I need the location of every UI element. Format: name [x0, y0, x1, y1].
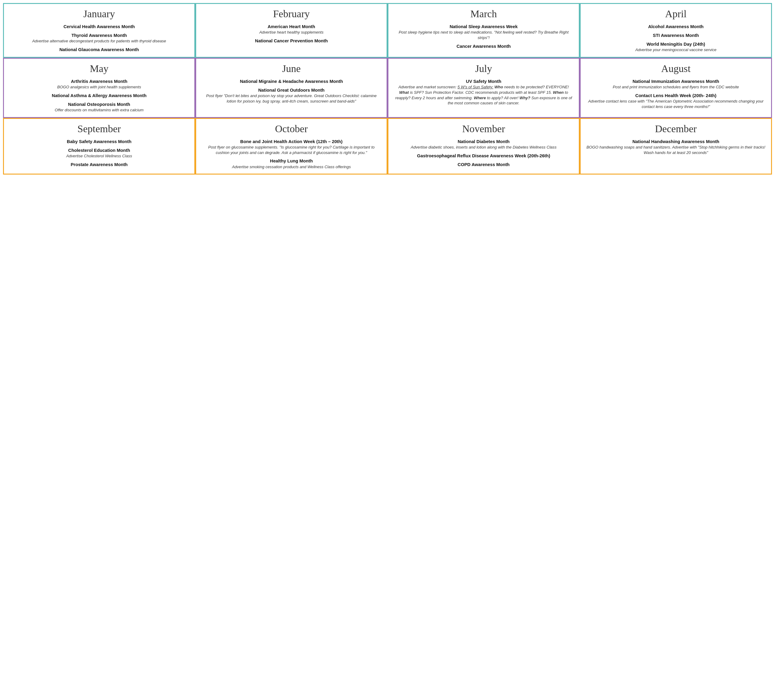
month-card-january: JanuaryCervical Health Awareness MonthTh…: [3, 3, 195, 58]
month-card-october: OctoberBone and Joint Health Action Week…: [195, 118, 388, 174]
event-block-september-1: Cholesterol Education MonthAdvertise Cho…: [9, 148, 190, 159]
month-card-september: SeptemberBaby Safety Awareness MonthChol…: [3, 118, 195, 174]
month-card-july: JulyUV Safety MonthAdvertise and market …: [388, 58, 580, 118]
month-title-june: June: [201, 63, 382, 75]
event-title-may-2: National Osteoporosis Month: [9, 102, 190, 108]
event-title-january-0: Cervical Health Awareness Month: [9, 24, 190, 30]
event-title-april-2: World Meningitis Day (24th): [585, 41, 766, 47]
month-title-august: August: [585, 63, 766, 75]
event-block-november-0: National Diabetes MonthAdvertise diabeti…: [393, 139, 574, 150]
event-title-october-0: Bone and Joint Health Action Week (12th …: [201, 139, 382, 144]
event-desc-june-1: Post flyer "Don't let bites and poison i…: [201, 93, 382, 104]
event-block-may-0: Arthritis Awareness MonthBOGO analgesics…: [9, 79, 190, 90]
event-title-june-0: National Migraine & Headache Awareness M…: [201, 79, 382, 85]
event-title-july-0: UV Safety Month: [393, 79, 574, 85]
event-block-june-1: National Great Outdoors MonthPost flyer …: [201, 88, 382, 104]
event-block-october-1: Healthy Lung MonthAdvertise smoking cess…: [201, 158, 382, 169]
month-card-march: MarchNational Sleep Awareness WeekPost s…: [388, 3, 580, 58]
event-title-may-1: National Asthma & Allergy Awareness Mont…: [9, 93, 190, 99]
month-title-september: September: [9, 123, 190, 134]
event-desc-april-2: Advertise your meningococcal vaccine ser…: [585, 47, 766, 53]
month-card-february: FebruaryAmerican Heart MonthAdvertise he…: [195, 3, 388, 58]
month-title-february: February: [201, 8, 382, 20]
event-title-november-1: Gastroesophageal Reflux Disease Awarenes…: [393, 153, 574, 159]
month-title-november: November: [393, 123, 574, 134]
month-card-may: MayArthritis Awareness MonthBOGO analges…: [3, 58, 195, 118]
month-title-december: December: [585, 123, 766, 134]
event-desc-september-1: Advertise Cholesterol Wellness Class: [9, 153, 190, 159]
event-block-may-2: National Osteoporosis MonthOffer discoun…: [9, 102, 190, 113]
month-card-august: AugustNational Immunization Awareness Mo…: [580, 58, 772, 118]
month-title-may: May: [9, 63, 190, 75]
month-card-december: DecemberNational Handwashing Awareness M…: [580, 118, 772, 174]
event-title-august-1: Contact Lens Health Week (20th- 24th): [585, 93, 766, 99]
month-title-october: October: [201, 123, 382, 134]
event-title-january-1: Thyroid Awareness Month: [9, 33, 190, 38]
event-title-april-1: STI Awareness Month: [585, 33, 766, 38]
month-title-july: July: [393, 63, 574, 75]
month-title-march: March: [393, 8, 574, 20]
calendar-grid: JanuaryCervical Health Awareness MonthTh…: [3, 3, 772, 174]
event-title-october-1: Healthy Lung Month: [201, 158, 382, 164]
event-title-march-1: Cancer Awareness Month: [393, 43, 574, 49]
event-title-march-0: National Sleep Awareness Week: [393, 24, 574, 30]
event-block-december-0: National Handwashing Awareness MonthBOGO…: [585, 139, 766, 156]
month-card-november: NovemberNational Diabetes MonthAdvertise…: [388, 118, 580, 174]
event-title-september-2: Prostate Awareness Month: [9, 162, 190, 168]
event-block-september-0: Baby Safety Awareness Month: [9, 139, 190, 144]
event-block-september-2: Prostate Awareness Month: [9, 162, 190, 168]
event-block-august-1: Contact Lens Health Week (20th- 24th)Adv…: [585, 93, 766, 109]
event-block-april-0: Alcohol Awareness Month: [585, 24, 766, 30]
event-desc-august-0: Post and print immunization schedules an…: [585, 85, 766, 90]
event-desc-december-0: BOGO handwashing soaps and hand sanitize…: [585, 144, 766, 155]
event-title-february-1: National Cancer Prevention Month: [201, 38, 382, 44]
event-block-february-1: National Cancer Prevention Month: [201, 38, 382, 44]
event-desc-february-0: Advertise heart healthy supplements: [201, 30, 382, 35]
event-desc-may-0: BOGO analgesics with joint health supple…: [9, 85, 190, 90]
event-title-june-1: National Great Outdoors Month: [201, 88, 382, 93]
event-desc-january-1: Advertise alternative decongestant produ…: [9, 38, 190, 44]
event-title-november-0: National Diabetes Month: [393, 139, 574, 144]
event-block-march-0: National Sleep Awareness WeekPost sleep …: [393, 24, 574, 41]
event-desc-october-1: Advertise smoking cessation products and…: [201, 164, 382, 170]
event-title-november-2: COPD Awareness Month: [393, 162, 574, 168]
event-desc-august-1: Advertise contact lens case with "The Am…: [585, 99, 766, 109]
month-card-june: JuneNational Migraine & Headache Awarene…: [195, 58, 388, 118]
month-card-april: AprilAlcohol Awareness MonthSTI Awarenes…: [580, 3, 772, 58]
event-title-september-0: Baby Safety Awareness Month: [9, 139, 190, 144]
event-title-december-0: National Handwashing Awareness Month: [585, 139, 766, 144]
event-block-january-1: Thyroid Awareness MonthAdvertise alterna…: [9, 33, 190, 44]
event-block-april-1: STI Awareness Month: [585, 33, 766, 38]
event-block-october-0: Bone and Joint Health Action Week (12th …: [201, 139, 382, 156]
event-desc-july-0: Advertise and market sunscreen: 5 W's of…: [393, 85, 574, 106]
event-block-march-1: Cancer Awareness Month: [393, 43, 574, 49]
event-title-september-1: Cholesterol Education Month: [9, 148, 190, 153]
event-title-february-0: American Heart Month: [201, 24, 382, 30]
month-title-april: April: [585, 8, 766, 20]
event-block-november-2: COPD Awareness Month: [393, 162, 574, 168]
event-title-may-0: Arthritis Awareness Month: [9, 79, 190, 85]
event-block-april-2: World Meningitis Day (24th)Advertise you…: [585, 41, 766, 53]
event-block-may-1: National Asthma & Allergy Awareness Mont…: [9, 93, 190, 99]
event-title-january-2: National Glaucoma Awareness Month: [9, 47, 190, 53]
event-desc-may-2: Offer discounts on multivitamins with ex…: [9, 108, 190, 113]
event-title-april-0: Alcohol Awareness Month: [585, 24, 766, 30]
event-desc-march-0: Post sleep hygiene tips next to sleep ai…: [393, 30, 574, 40]
event-block-november-1: Gastroesophageal Reflux Disease Awarenes…: [393, 153, 574, 159]
event-block-june-0: National Migraine & Headache Awareness M…: [201, 79, 382, 85]
event-desc-november-0: Advertise diabetic shoes, inserts and lo…: [393, 144, 574, 150]
event-block-august-0: National Immunization Awareness MonthPos…: [585, 79, 766, 90]
event-title-august-0: National Immunization Awareness Month: [585, 79, 766, 85]
event-block-february-0: American Heart MonthAdvertise heart heal…: [201, 24, 382, 35]
event-block-january-0: Cervical Health Awareness Month: [9, 24, 190, 30]
month-title-january: January: [9, 8, 190, 20]
event-block-july-0: UV Safety MonthAdvertise and market suns…: [393, 79, 574, 106]
event-desc-october-0: Post flyer on glucosamine supplements. "…: [201, 144, 382, 155]
event-block-january-2: National Glaucoma Awareness Month: [9, 47, 190, 53]
